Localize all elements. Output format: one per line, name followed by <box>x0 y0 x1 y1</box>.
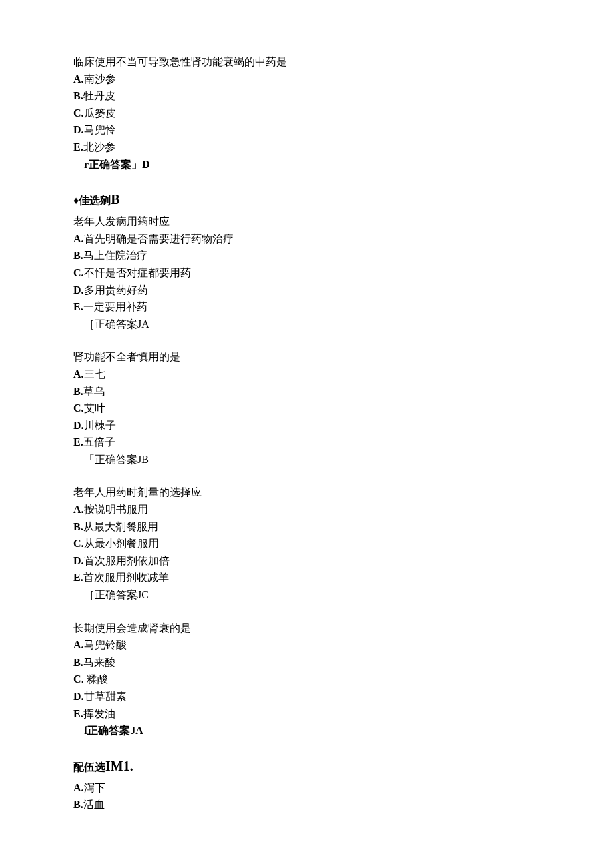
question-block: 老年人发病用筠时应 A.首先明确是否需要进行药物治疗 B.马上住院治疗 C.不忓… <box>73 213 541 332</box>
option-e: E.一定要用补药 <box>73 298 541 316</box>
option-text: 草乌 <box>83 386 105 397</box>
option-d: D.多用贵药好药 <box>73 282 541 299</box>
option-c: C.艾叶 <box>73 400 541 417</box>
option-text: 从最大剂餐服用 <box>83 521 158 532</box>
option-text: 甘草甜素 <box>84 691 127 702</box>
option-e: E.挥发油 <box>73 705 541 723</box>
option-label: A. <box>73 504 84 515</box>
option-text: 按说明书服用 <box>84 504 148 515</box>
option-d: D.马兜怜 <box>73 121 541 139</box>
option-text: 首先明确是否需要进行药物治疗 <box>84 233 234 244</box>
option-text: 马上住院治疗 <box>83 250 147 261</box>
option-d: D.甘草甜素 <box>73 688 541 705</box>
answer-line: 「正确答案JB <box>73 451 541 468</box>
option-text: 挥发油 <box>83 708 115 719</box>
option-label: B. <box>73 250 83 261</box>
question-block: 长期使用会造成肾衰的是 A.马兜铃酸 B.马来酸 C. 糅酸 D.甘草甜素 E.… <box>73 620 541 739</box>
answer-line: r正确答案」D <box>73 156 541 173</box>
option-e: E.首次服用剂收减羊 <box>73 569 541 586</box>
option-text: 马兜铃酸 <box>84 639 127 650</box>
section-label-big: B <box>111 192 119 207</box>
section-label: 佳选剜 <box>79 195 111 206</box>
option-a: A.三七 <box>73 366 541 383</box>
option-text: 首次服用剂收减羊 <box>83 572 169 583</box>
option-label: B. <box>73 521 83 532</box>
option-b: B.马上住院治疗 <box>73 247 541 264</box>
option-b: B.牡丹皮 <box>73 87 541 105</box>
option-text: 活血 <box>83 799 105 810</box>
section-heading-match: 配伍选IM1. <box>73 755 541 777</box>
option-label: A. <box>73 639 84 650</box>
option-c: C. 糅酸 <box>73 671 541 688</box>
answer-value: A <box>135 725 143 736</box>
answer-prefix: 「正确答案J <box>84 454 141 465</box>
option-label: B. <box>73 657 83 668</box>
answer-line: ［正确答案JA <box>73 316 541 333</box>
option-d: D.首次服用剂依加倍 <box>73 552 541 570</box>
option-a: A.泻下 <box>73 779 541 797</box>
option-c: C.从最小剂餐服用 <box>73 535 541 552</box>
option-d: D.川棟子 <box>73 417 541 434</box>
option-text: 艾叶 <box>84 402 105 414</box>
answer-line: f正确答案JA <box>73 722 541 739</box>
option-text: 多用贵药好药 <box>84 284 148 296</box>
answer-prefix: ［正确答案J <box>84 589 141 600</box>
option-label: E. <box>73 436 83 448</box>
option-label: E. <box>73 301 83 312</box>
option-b: B.活血 <box>73 796 541 813</box>
option-c: C.瓜篓皮 <box>73 105 541 122</box>
option-label: C. <box>73 402 84 414</box>
bullet-icon: ♦ <box>73 195 79 206</box>
option-a: A.马兜铃酸 <box>73 636 541 654</box>
answer-prefix: ［正确答案J <box>84 318 141 330</box>
answer-value: D <box>142 159 150 170</box>
option-label: E. <box>73 572 83 583</box>
option-label: D. <box>73 420 84 431</box>
section-label: 配伍选 <box>73 761 105 773</box>
option-text: 马兜怜 <box>84 124 116 135</box>
option-label: D. <box>73 691 84 702</box>
section-heading-b: ♦佳选剜B <box>73 189 541 210</box>
option-text: 一定要用补药 <box>83 301 147 312</box>
option-text: 牡丹皮 <box>83 90 115 101</box>
option-text: 南沙参 <box>84 73 116 85</box>
option-a: A.首先明确是否需要进行药物治疗 <box>73 230 541 248</box>
match-options: A.泻下 B.活血 <box>73 779 541 813</box>
answer-value: A <box>141 318 149 330</box>
option-a: A.按说明书服用 <box>73 501 541 518</box>
question-block: 肾功能不全者慎用的是 A.三七 B.草乌 C.艾叶 D.川棟子 E.五倍子 「正… <box>73 348 541 468</box>
option-text: 北沙参 <box>83 141 115 153</box>
question-text: 肾功能不全者慎用的是 <box>73 348 541 366</box>
option-label: B. <box>73 799 83 810</box>
option-label: D. <box>73 555 84 566</box>
option-text: 不忓是否对症都要用药 <box>84 267 191 278</box>
option-text: 马来酸 <box>83 657 115 668</box>
question-text: 长期使用会造成肾衰的是 <box>73 620 541 637</box>
option-b: B.马来酸 <box>73 654 541 671</box>
option-label: A. <box>73 782 84 793</box>
option-text: 瓜篓皮 <box>84 107 116 119</box>
option-label: C. <box>73 107 84 119</box>
option-text: . 糅酸 <box>81 673 108 685</box>
section-label-big: IM1. <box>105 759 133 773</box>
option-text: 首次服用剂依加倍 <box>84 555 170 566</box>
option-label: E. <box>73 141 83 153</box>
option-label: D. <box>73 284 84 296</box>
answer-line: ［正确答案JC <box>73 586 541 604</box>
option-text: 川棟子 <box>84 420 116 431</box>
question-text: 临床使用不当可导致急性肾功能衰竭的中药是 <box>73 53 541 71</box>
answer-prefix: r正确答案」 <box>84 159 142 170</box>
option-e: E.北沙参 <box>73 139 541 156</box>
question-text: 老年人用药时剂量的选择应 <box>73 484 541 501</box>
option-label: B. <box>73 386 83 397</box>
option-label: D. <box>73 124 84 135</box>
option-b: B.草乌 <box>73 383 541 400</box>
option-label: A. <box>73 73 84 85</box>
option-text: 从最小剂餐服用 <box>84 538 159 549</box>
question-text: 老年人发病用筠时应 <box>73 213 541 230</box>
question-block: 临床使用不当可导致急性肾功能衰竭的中药是 A.南沙参 B.牡丹皮 C.瓜篓皮 D… <box>73 53 541 173</box>
option-a: A.南沙参 <box>73 71 541 88</box>
option-label: C. <box>73 538 84 549</box>
option-e: E.五倍子 <box>73 434 541 451</box>
option-label: A. <box>73 368 84 380</box>
